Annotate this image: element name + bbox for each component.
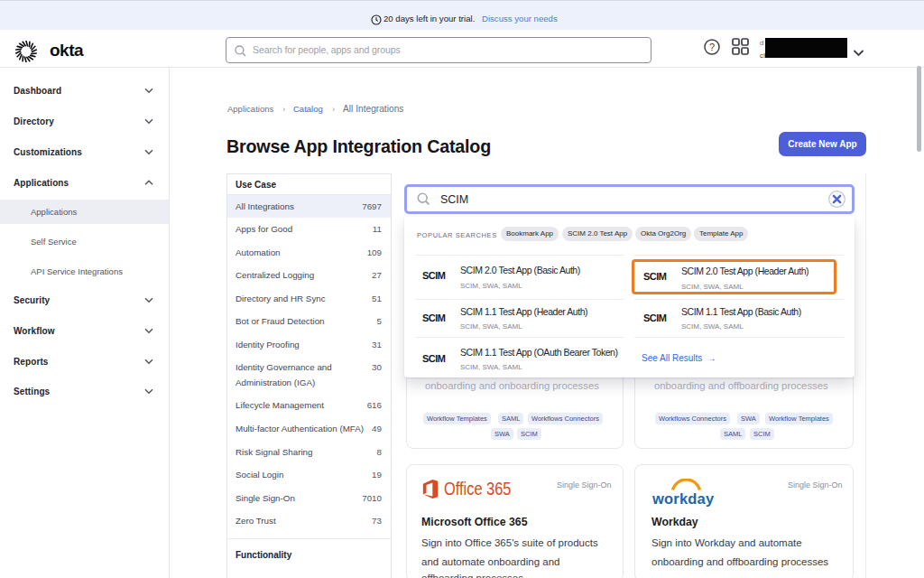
svg-text:?: ? xyxy=(709,42,715,52)
